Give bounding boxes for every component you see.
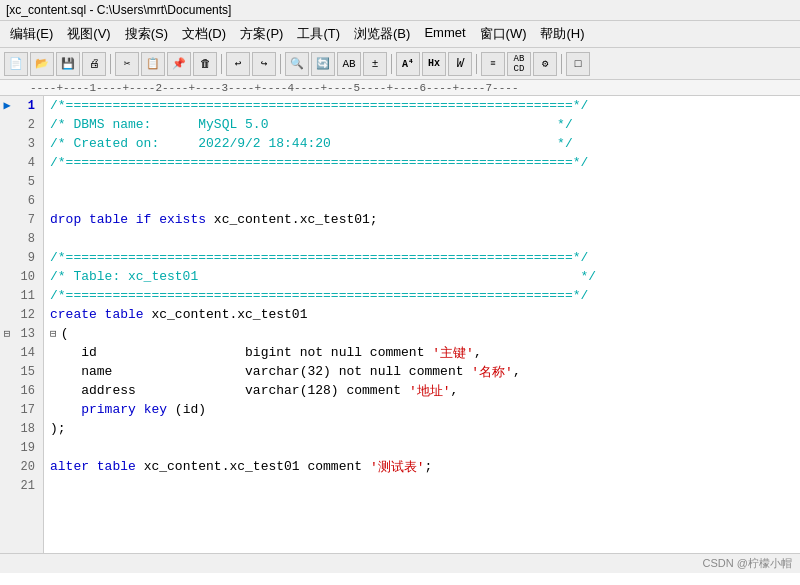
code-15-type: varchar(32) not null comment [245,364,471,379]
menu-scheme[interactable]: 方案(P) [234,23,289,45]
line-num-6: 6 [14,191,39,210]
toolbar-btn17[interactable]: Hx [422,52,446,76]
menu-help[interactable]: 帮助(H) [534,23,590,45]
toolbar-btn4[interactable]: 🖨 [82,52,106,76]
no-arrow-17 [0,400,14,419]
code-14-type: bigint not null comment [245,345,432,360]
line-num-17: 17 [14,400,39,419]
code-14-str: '主键' [432,344,474,362]
line-num-3: 3 [14,134,39,153]
status-bar: CSDN @柠檬小帽 [0,553,800,573]
code-20-kw: alter table [50,459,144,474]
toolbar-btn15[interactable]: ± [363,52,387,76]
code-line-16: address varchar(128) comment '地址', [50,381,800,400]
toolbar-new[interactable]: 📄 [4,52,28,76]
code-content[interactable]: /*======================================… [44,96,800,553]
watermark-text: CSDN @柠檬小帽 [703,556,792,571]
code-11-text: /*======================================… [50,288,588,303]
code-line-18: ); [50,419,800,438]
code-line-8 [50,229,800,248]
toolbar-open[interactable]: 📂 [30,52,54,76]
toolbar-btn22[interactable]: □ [566,52,590,76]
no-arrow-9 [0,248,14,267]
toolbar-replace[interactable]: 🔄 [311,52,335,76]
code-12-kw: create table [50,307,151,322]
toolbar-save[interactable]: 💾 [56,52,80,76]
code-line-21 [50,476,800,495]
code-line-2: /* DBMS name: MySQL 5.0 */ [50,115,800,134]
menu-browser[interactable]: 浏览器(B) [348,23,416,45]
code-16-str: '地址' [409,382,451,400]
code-15-str: '名称' [471,363,513,381]
code-15-comma: , [513,364,521,379]
no-arrow-2 [0,115,14,134]
toolbar-delete[interactable]: 🗑 [193,52,217,76]
toolbar-search[interactable]: 🔍 [285,52,309,76]
no-arrow-19 [0,438,14,457]
toolbar-paste[interactable]: 📌 [167,52,191,76]
line-num-5: 5 [14,172,39,191]
menu-edit[interactable]: 编辑(E) [4,23,59,45]
line-num-7: 7 [14,210,39,229]
toolbar-undo[interactable]: ↩ [226,52,250,76]
no-arrow-14 [0,343,14,362]
code-line-5 [50,172,800,191]
code-14-indent: id [50,345,245,360]
code-2-c: */ [268,117,572,132]
line-num-14: 14 [14,343,39,362]
code-line-14: id bigint not null comment '主键', [50,343,800,362]
menu-tools[interactable]: 工具(T) [291,23,346,45]
menu-search[interactable]: 搜索(S) [119,23,174,45]
toolbar-btn18[interactable]: W [448,52,472,76]
menu-bar: 编辑(E) 视图(V) 搜索(S) 文档(D) 方案(P) 工具(T) 浏览器(… [0,21,800,48]
no-arrow-11 [0,286,14,305]
toolbar-btn19[interactable]: ≡ [481,52,505,76]
menu-emmet[interactable]: Emmet [418,23,471,45]
code-line-9: /*======================================… [50,248,800,267]
toolbar-btn20[interactable]: ABCD [507,52,531,76]
code-line-13: ⊟( [50,324,800,343]
line-num-8: 8 [14,229,39,248]
code-10-text: /* Table: xc_test01 */ [50,269,596,284]
arrow-indicator: ▶ [0,96,14,115]
code-18-text: ); [50,421,66,436]
code-2-a: /* DBMS name: [50,117,198,132]
collapse-13[interactable]: ⊟ [0,324,14,343]
code-3-b: 2022/9/2 18:44:20 [198,136,331,151]
code-13-paren: ( [61,326,69,341]
no-arrow-8 [0,229,14,248]
line-num-15: 15 [14,362,39,381]
toolbar-btn21[interactable]: ⚙ [533,52,557,76]
code-line-12: create table xc_content.xc_test01 [50,305,800,324]
toolbar-redo[interactable]: ↪ [252,52,276,76]
toolbar-btn14[interactable]: AB [337,52,361,76]
menu-window[interactable]: 窗口(W) [474,23,533,45]
ruler-text: ----+----1----+----2----+----3----+----4… [30,82,518,94]
toolbar-btn16[interactable]: A⁴ [396,52,420,76]
code-20-str: '测试表' [370,458,425,476]
collapse-icon-13[interactable]: ⊟ [50,327,57,340]
code-2-b: MySQL 5.0 [198,117,268,132]
menu-doc[interactable]: 文档(D) [176,23,232,45]
code-line-20: alter table xc_content.xc_test01 comment… [50,457,800,476]
toolbar-cut[interactable]: ✂ [115,52,139,76]
line-num-11: 11 [14,286,39,305]
code-9-text: /*======================================… [50,250,588,265]
no-arrow-15 [0,362,14,381]
no-arrow-4 [0,153,14,172]
menu-view[interactable]: 视图(V) [61,23,116,45]
code-17-kw: primary key [81,402,175,417]
code-line-4: /*======================================… [50,153,800,172]
code-line-17: primary key (id) [50,400,800,419]
toolbar-copy[interactable]: 📋 [141,52,165,76]
line-num-19: 19 [14,438,39,457]
no-arrow-20 [0,457,14,476]
no-arrow-6 [0,191,14,210]
line-num-1: 1 [14,96,39,115]
code-line-15: name varchar(32) not null comment '名称', [50,362,800,381]
title-bar: [xc_content.sql - C:\Users\mrt\Documents… [0,0,800,21]
sep3 [280,54,281,74]
no-arrow-10 [0,267,14,286]
code-line-19 [50,438,800,457]
code-20-semi: ; [424,459,432,474]
